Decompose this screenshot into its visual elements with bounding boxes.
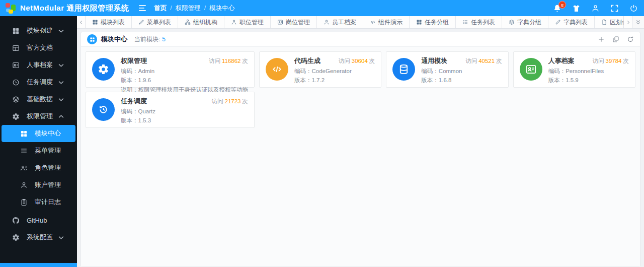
chevron-right-icon: [625, 20, 631, 25]
card-version: 版本：1.9.6: [121, 77, 248, 84]
tab-component-demo[interactable]: 组件演示: [363, 16, 410, 28]
plus-icon: [598, 36, 605, 43]
app-logo-icon: [5, 3, 16, 14]
sidebar-toggle-button[interactable]: [138, 4, 147, 13]
tabs-scroll-right-button[interactable]: [623, 16, 632, 28]
sidebar-subitem-module-center[interactable]: 模块中心: [2, 125, 75, 142]
card-title: 代码生成: [294, 56, 339, 65]
logout-button[interactable]: [629, 4, 638, 13]
module-center-icon: [87, 34, 97, 44]
card-code: 编码：CodeGenerator: [294, 68, 375, 75]
sidebar: 模块创建 官方文档 人事档案 任务调度 基础数据 权限管理: [0, 16, 77, 267]
sidebar-subitem-menu-mgmt[interactable]: 菜单管理: [0, 142, 77, 159]
sidebar-item-github[interactable]: GitHub: [0, 212, 77, 229]
card-visits: 访问116862次: [209, 57, 248, 65]
gear-icon: [92, 58, 115, 81]
double-chevron-down-icon: [635, 19, 641, 26]
card-visits: 访问39784次: [593, 57, 629, 65]
tab-task-list[interactable]: 任务列表: [456, 16, 502, 28]
sidebar-item-permission-mgmt[interactable]: 权限管理: [0, 108, 77, 125]
power-icon: [629, 4, 638, 13]
tab-position-mgmt[interactable]: 职位管理: [224, 16, 271, 28]
chevron-down-icon: [57, 61, 72, 69]
person-icon: [20, 181, 28, 189]
sitemap-icon: [185, 19, 191, 25]
fullscreen-panel-button[interactable]: [612, 36, 619, 43]
tab-task-group[interactable]: 任务分组: [410, 16, 456, 28]
sidebar-item-task-schedule[interactable]: 任务调度: [0, 74, 77, 91]
module-card-quartz[interactable]: 任务调度 访问21723次 编码：Quartz 版本：1.5.3: [86, 92, 255, 128]
app-title: NetModular 通用权限管理系统: [20, 4, 129, 13]
card-title: 人事档案: [548, 56, 593, 65]
person-icon: [324, 19, 330, 25]
panel-header: 模块中心 当前模块:5: [81, 32, 640, 47]
card-visits: 访问40521次: [465, 57, 502, 65]
card-title: 权限管理: [121, 56, 209, 65]
module-card-codegen[interactable]: 代码生成 访问30604次 编码：CodeGenerator 版本：1.7.2: [259, 51, 381, 88]
tab-region-code[interactable]: 区划代码: [595, 16, 623, 28]
tab-module-list[interactable]: 模块列表: [86, 16, 132, 28]
notification-badge: 5: [558, 1, 566, 9]
module-card-common[interactable]: 通用模块 访问40521次 编码：Common 版本：1.6.8: [386, 51, 508, 88]
tabs-scroll-left-button[interactable]: [77, 16, 86, 28]
card-code: 编码：Common: [421, 68, 502, 75]
sidebar-item-module-create[interactable]: 模块创建: [0, 22, 77, 39]
fullscreen-button[interactable]: [610, 4, 619, 13]
grid-icon: [20, 130, 28, 138]
list-icon: [462, 19, 468, 25]
breadcrumb-module-center[interactable]: 模块中心: [209, 4, 234, 13]
people-icon: [20, 164, 28, 172]
refresh-button[interactable]: [627, 36, 634, 43]
card-visits: 访问30604次: [339, 57, 375, 65]
sidebar-item-personnel-files[interactable]: 人事档案: [0, 56, 77, 74]
tabs-dropdown-button[interactable]: [632, 16, 644, 28]
github-icon: [12, 217, 20, 224]
sidebar-item-basic-data[interactable]: 基础数据: [0, 91, 77, 108]
sidebar-item-system-config[interactable]: 系统配置: [0, 229, 77, 246]
layers-icon: [12, 96, 20, 103]
card-code: 编码：Quartz: [121, 108, 248, 115]
theme-button[interactable]: [572, 4, 581, 13]
panel-body: 权限管理 访问116862次 编码：Admin 版本：1.9.6 说明：权限管理…: [81, 47, 640, 266]
user-button[interactable]: [591, 4, 600, 13]
user-icon: [591, 4, 600, 13]
gear-icon: [12, 113, 20, 120]
file-icon: [601, 19, 607, 25]
tab-post-mgmt[interactable]: 岗位管理: [271, 16, 317, 28]
sidebar-subitem-role-mgmt[interactable]: 角色管理: [0, 159, 77, 176]
tab-employee-files[interactable]: 员工档案: [317, 16, 363, 28]
idcard-icon: [277, 19, 283, 25]
page-title: 模块中心: [101, 35, 127, 44]
notifications-button[interactable]: 5: [553, 4, 561, 13]
breadcrumb-separator: /: [170, 5, 172, 12]
breadcrumb: 首页 / 权限管理 / 模块中心: [154, 4, 234, 13]
tab-dict-list[interactable]: 字典列表: [548, 16, 595, 28]
chevron-down-icon: [57, 27, 72, 35]
idcard-icon: [12, 61, 20, 69]
app-header: NetModular 通用权限管理系统 首页 / 权限管理 / 模块中心 5: [0, 0, 644, 16]
shirt-icon: [572, 4, 581, 13]
sidebar-collapse-bar[interactable]: [0, 263, 77, 267]
tab-dict-group[interactable]: 字典分组: [502, 16, 548, 28]
module-card-personnel[interactable]: 人事档案 访问39784次 编码：PersonnelFiles 版本：1.5.9: [513, 51, 635, 88]
card-title: 任务调度: [121, 97, 212, 106]
fullscreen-icon: [610, 4, 619, 13]
tab-menu-list[interactable]: 菜单列表: [132, 16, 178, 28]
code-icon: [266, 58, 288, 81]
module-card-permission[interactable]: 权限管理 访问116862次 编码：Admin 版本：1.9.6 说明：权限管理…: [86, 51, 255, 88]
person-icon: [231, 19, 237, 25]
add-button[interactable]: [598, 36, 605, 43]
card-version: 版本：1.6.8: [421, 77, 502, 84]
sidebar-item-official-docs[interactable]: 官方文档: [0, 39, 77, 56]
tab-bar: 模块列表 菜单列表 组织机构 职位管理 岗位管理 员工档案 组件演示 任务分组 …: [77, 16, 644, 29]
tab-org-structure[interactable]: 组织机构: [178, 16, 224, 28]
breadcrumb-home[interactable]: 首页: [154, 4, 167, 13]
breadcrumb-separator: /: [204, 5, 206, 12]
card-code: 编码：Admin: [121, 68, 248, 75]
sidebar-subitem-account-mgmt[interactable]: 账户管理: [0, 176, 77, 193]
card-code: 编码：PersonnelFiles: [548, 68, 629, 75]
sidebar-subitem-audit-log[interactable]: 审计日志: [0, 193, 77, 211]
idcard-icon: [520, 58, 542, 81]
clipboard-icon: [20, 198, 28, 206]
breadcrumb-permission[interactable]: 权限管理: [176, 4, 201, 13]
